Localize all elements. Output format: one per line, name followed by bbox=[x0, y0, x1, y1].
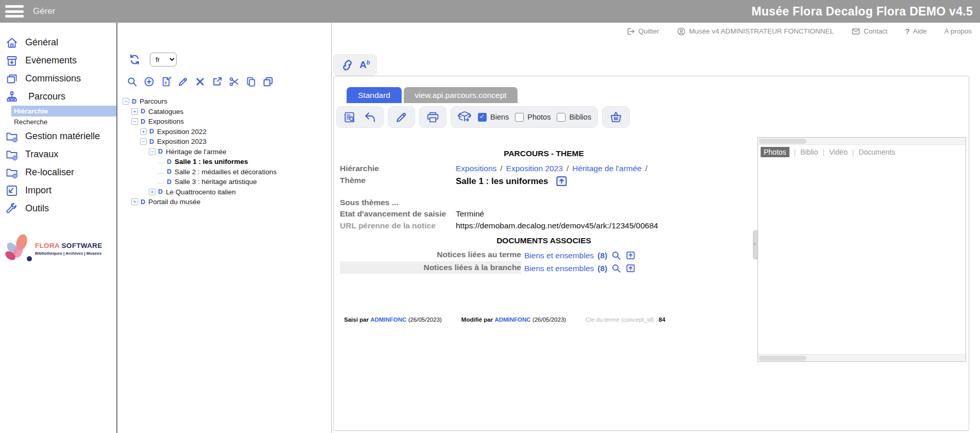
tree-toggle[interactable]: − bbox=[149, 148, 156, 155]
tree-node-label[interactable]: Le Quattrocento italien bbox=[166, 188, 236, 196]
tree-toggle[interactable] bbox=[158, 183, 164, 184]
tree-panel: fr s −DParcours +DCatalogues −DExpositio… bbox=[118, 23, 332, 433]
tree-node-label[interactable]: Portail du musée bbox=[148, 198, 200, 206]
refresh-icon[interactable] bbox=[128, 53, 141, 66]
permalink-icon[interactable] bbox=[340, 58, 354, 72]
search-icon[interactable] bbox=[611, 250, 622, 261]
hierarchy-icon bbox=[5, 90, 19, 104]
tree-toggle[interactable]: − bbox=[123, 98, 129, 105]
edit-icon[interactable] bbox=[177, 76, 189, 88]
duplicate-icon[interactable] bbox=[262, 76, 274, 88]
scrollbar-thumb[interactable] bbox=[759, 139, 806, 144]
sidebar-item-import[interactable]: Import bbox=[0, 181, 116, 199]
open-notice-icon[interactable] bbox=[625, 263, 636, 274]
delete-icon[interactable] bbox=[194, 76, 206, 88]
search-icon[interactable] bbox=[611, 263, 622, 274]
new-document-icon[interactable]: s bbox=[160, 76, 172, 88]
import-icon bbox=[5, 184, 19, 197]
saisi-user-link[interactable]: ADMINFONC bbox=[370, 317, 406, 323]
media-panel-scrollbar-top[interactable] bbox=[758, 138, 966, 145]
font-annotation-icon[interactable]: Ab bbox=[359, 60, 370, 70]
search-icon[interactable] bbox=[126, 76, 138, 88]
wrench-icon bbox=[5, 202, 19, 215]
notices-count: (8) bbox=[597, 264, 607, 273]
sidebar-item-outils[interactable]: Outils bbox=[0, 199, 116, 218]
add-record-icon[interactable] bbox=[143, 76, 155, 88]
notices-count: (8) bbox=[597, 251, 607, 260]
tree-node[interactable]: +DExposition 2022 bbox=[118, 127, 331, 137]
home-icon bbox=[5, 36, 19, 49]
documents-associes-title: DOCUMENTS ASSOCIES bbox=[334, 236, 754, 245]
tree-node[interactable]: +DCatalogues bbox=[118, 107, 331, 117]
media-tab-photos[interactable]: Photos bbox=[761, 147, 789, 157]
contact-button[interactable]: Contact bbox=[851, 27, 888, 36]
open-notice-icon[interactable] bbox=[555, 174, 569, 188]
breadcrumb-link[interactable]: Héritage de l'armée bbox=[572, 164, 642, 173]
breadcrumb-link[interactable]: Exposition 2023 bbox=[506, 164, 563, 173]
current-user[interactable]: Musée v4 ADMINISTRATEUR FONCTIONNEL bbox=[677, 27, 834, 36]
hamburger-menu-icon[interactable] bbox=[5, 5, 24, 18]
sidebar-item-recherche[interactable]: Recherche bbox=[14, 116, 116, 127]
biens-ensembles-link[interactable]: Biens et ensembles bbox=[524, 264, 594, 273]
tree-node-label[interactable]: Expositions bbox=[148, 118, 184, 125]
language-select[interactable]: fr bbox=[150, 53, 177, 66]
tree-node[interactable]: +DLe Quattrocento italien bbox=[118, 187, 331, 197]
tree-node[interactable]: +DPortail du musée bbox=[118, 197, 331, 207]
media-tab-biblio[interactable]: Biblio bbox=[800, 148, 818, 156]
tree-node-label[interactable]: Parcours bbox=[140, 97, 167, 105]
sidebar: Général Evènements Commissions Parcours … bbox=[0, 23, 117, 433]
sidebar-item-gestion-materielle[interactable]: Gestion matérielle bbox=[0, 127, 116, 145]
tree-node[interactable]: DSalle 3 : héritage artistique bbox=[118, 177, 331, 187]
sidebar-item-relocaliser[interactable]: Re-localiser bbox=[0, 163, 116, 181]
tree-toggle[interactable]: − bbox=[140, 138, 147, 145]
tree-toggle[interactable]: + bbox=[140, 128, 147, 135]
tree-node[interactable]: −DExposition 2023 bbox=[118, 137, 331, 147]
tree-toggle[interactable] bbox=[158, 163, 164, 163]
open-notice-icon[interactable] bbox=[625, 250, 636, 261]
sidebar-item-parcours[interactable]: Parcours bbox=[0, 88, 116, 106]
tree-toggle[interactable]: + bbox=[131, 198, 138, 205]
modifie-user-link[interactable]: ADMINFONC bbox=[494, 317, 530, 323]
tree-node[interactable]: −DParcours bbox=[118, 96, 331, 107]
tree-toggle[interactable] bbox=[158, 173, 164, 174]
node-type-icon: D bbox=[141, 118, 145, 125]
apropos-button[interactable]: A propos bbox=[944, 27, 972, 35]
breadcrumb-link[interactable]: Expositions bbox=[456, 164, 496, 173]
panel-collapse-handle[interactable] bbox=[753, 230, 758, 259]
tree-node-label[interactable]: Catalogues bbox=[148, 108, 183, 115]
menu-label: Gérer bbox=[33, 6, 55, 16]
tree-toggle[interactable]: + bbox=[149, 189, 156, 195]
paste-icon[interactable] bbox=[245, 76, 257, 88]
sidebar-item-travaux[interactable]: Travaux bbox=[0, 145, 116, 163]
tree-toggle[interactable]: + bbox=[131, 108, 138, 115]
cut-icon[interactable] bbox=[228, 76, 240, 88]
tree-node-label[interactable]: Salle 1 : les uniformes bbox=[175, 158, 248, 165]
record-detail: PARCOURS - THEME Hiérarchie Expositions/… bbox=[334, 76, 756, 431]
tree-node-label[interactable]: Exposition 2022 bbox=[157, 128, 207, 136]
tree-node-label[interactable]: Héritage de l'armée bbox=[166, 148, 226, 156]
notices-branche-value: Biens et ensembles (8) bbox=[524, 263, 636, 274]
sidebar-item-hierarchie[interactable]: Hiérarchie bbox=[11, 106, 116, 116]
scrollbar-thumb[interactable] bbox=[759, 356, 806, 361]
sidebar-item-general[interactable]: Général bbox=[0, 34, 116, 52]
node-type-icon: D bbox=[141, 198, 145, 206]
biens-ensembles-link[interactable]: Biens et ensembles bbox=[524, 251, 594, 260]
notices-terme-label: Notices liées au terme bbox=[340, 250, 521, 259]
tree-node-label[interactable]: Exposition 2023 bbox=[157, 138, 207, 145]
tree-node-selected[interactable]: DSalle 1 : les uniformes bbox=[118, 157, 331, 167]
sidebar-item-commissions[interactable]: Commissions bbox=[0, 70, 116, 88]
tree-toggle[interactable]: − bbox=[131, 118, 138, 125]
media-tab-video[interactable]: Vidéo bbox=[829, 148, 848, 156]
media-tab-documents[interactable]: Documents bbox=[858, 148, 895, 156]
quitter-button[interactable]: Quitter bbox=[626, 27, 659, 36]
tree-node[interactable]: −DHéritage de l'armée bbox=[118, 147, 331, 157]
tree-node[interactable]: −DExpositions bbox=[118, 116, 331, 127]
tree-node-label[interactable]: Salle 3 : héritage artistique bbox=[175, 178, 257, 186]
tree-node-label[interactable]: Salle 2 : médailles et décorations bbox=[175, 168, 277, 176]
aide-button[interactable]: ? Aide bbox=[905, 27, 927, 36]
tree-node[interactable]: DSalle 2 : médailles et décorations bbox=[118, 167, 331, 177]
sidebar-item-evenements[interactable]: Evènements bbox=[0, 52, 116, 70]
open-external-icon[interactable] bbox=[211, 76, 223, 88]
mail-icon bbox=[851, 27, 861, 36]
media-panel-scrollbar-bottom[interactable] bbox=[758, 354, 966, 361]
